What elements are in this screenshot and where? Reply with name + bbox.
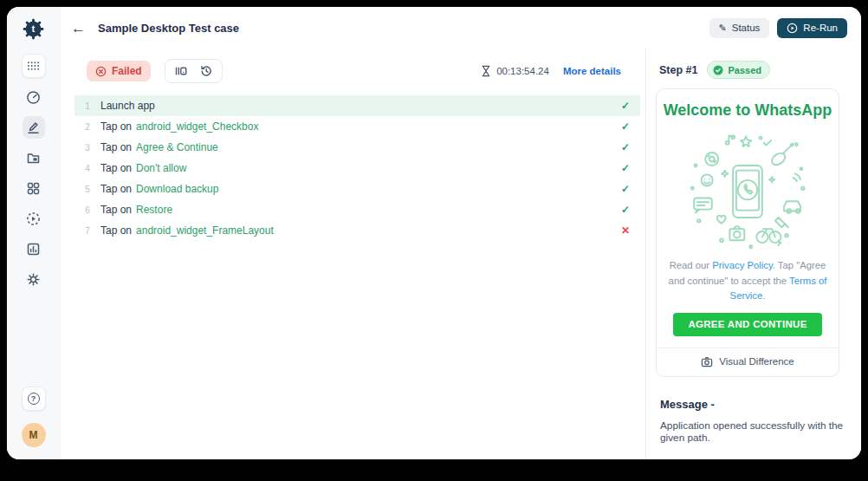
step-passed-icon: ✓ <box>621 204 630 216</box>
message-title: Message - <box>660 398 861 411</box>
more-details-link[interactable]: More details <box>563 66 621 76</box>
help-icon[interactable]: ? <box>22 387 46 411</box>
step-number: 2 <box>74 122 100 132</box>
status-button[interactable]: ✎ Status <box>709 18 770 38</box>
step-passed-icon: ✓ <box>621 162 630 174</box>
whatsapp-doodle-illustration <box>683 127 813 257</box>
step-action: Tap on <box>100 204 132 216</box>
step-action: Tap on <box>100 224 132 237</box>
step-target: Don't allow <box>136 162 186 174</box>
step-row-2[interactable]: 2 Tap on android_widget_Checkbox ✓ <box>74 116 640 137</box>
compare-view-icon[interactable] <box>174 64 188 78</box>
step-row-1[interactable]: 1 Launch app ✓ <box>74 95 640 116</box>
camera-icon <box>701 356 713 367</box>
user-avatar[interactable]: M <box>22 423 46 447</box>
device-screenshot-card: Welcome to WhatsApp <box>656 88 839 377</box>
failed-badge-label: Failed <box>112 65 142 77</box>
step-detail-title: Step #1 <box>659 64 697 76</box>
step-row-3[interactable]: 3 Tap on Agree & Continue ✓ <box>74 137 640 158</box>
top-bar: ← Sample Desktop Test case ✎ Status Re-R… <box>61 7 861 49</box>
step-number: 1 <box>74 101 100 111</box>
agree-and-continue-button[interactable]: AGREE AND CONTINUE <box>673 313 822 336</box>
app-window: t <box>7 7 861 459</box>
step-action: Tap on <box>100 183 132 195</box>
step-passed-icon: ✓ <box>621 120 630 133</box>
step-row-4[interactable]: 4 Tap on Don't allow ✓ <box>74 158 640 179</box>
step-number: 5 <box>74 185 100 194</box>
step-detail-panel: Step #1 Passed Welcome to WhatsApp <box>646 49 861 459</box>
step-number: 7 <box>74 226 100 236</box>
edit-pencil-icon: ✎ <box>719 23 727 34</box>
hourglass-icon <box>481 65 491 77</box>
privacy-post: . <box>762 290 765 301</box>
back-arrow-icon[interactable]: ← <box>71 21 86 36</box>
test-steps-panel: Failed <box>61 49 645 459</box>
visual-difference-label: Visual Difference <box>719 356 794 367</box>
status-button-label: Status <box>732 23 761 33</box>
step-failed-icon: ✕ <box>621 224 630 237</box>
modules-grid-icon[interactable] <box>23 177 45 199</box>
top-bar-actions: ✎ Status Re-Run <box>709 18 847 38</box>
step-target: Download backup <box>136 183 218 195</box>
step-passed-icon: ✓ <box>621 183 630 195</box>
page-title: Sample Desktop Test case <box>98 22 239 35</box>
view-toggle-group <box>165 59 223 83</box>
projects-folder-icon[interactable] <box>23 146 45 169</box>
history-icon[interactable] <box>199 64 213 78</box>
step-number: 4 <box>74 164 100 173</box>
step-target: Agree & Continue <box>136 141 218 153</box>
question-mark-icon: ? <box>28 393 40 405</box>
test-runs-play-icon[interactable] <box>23 207 45 230</box>
step-passed-icon: ✓ <box>621 100 630 112</box>
logo-letter: t <box>32 23 36 34</box>
rerun-button-label: Re-Run <box>803 23 838 33</box>
duration-value: 00:13:54.24 <box>496 66 549 76</box>
passed-badge-label: Passed <box>728 65 761 75</box>
duration-timer: 00:13:54.24 <box>481 65 549 77</box>
privacy-policy-link[interactable]: Privacy Policy <box>712 260 772 270</box>
left-nav-rail: t <box>7 7 61 459</box>
step-action: Launch app <box>100 100 155 112</box>
circle-x-icon <box>95 66 107 77</box>
step-row-5[interactable]: 5 Tap on Download backup ✓ <box>74 179 640 199</box>
brand-gear-logo[interactable]: t <box>23 18 44 40</box>
step-row-7[interactable]: 7 Tap on android_widget_FrameLayout ✕ <box>74 220 640 241</box>
step-action: Tap on <box>100 141 132 153</box>
step-target: android_widget_Checkbox <box>136 120 258 133</box>
test-editor-pencil-icon[interactable] <box>23 116 45 139</box>
step-action: Tap on <box>100 120 132 133</box>
steps-list: 1 Launch app ✓ 2 Tap on android_widget_C… <box>74 95 640 241</box>
privacy-text: Read our Privacy Policy. Tap "Agree and … <box>668 258 827 304</box>
step-passed-icon: ✓ <box>621 141 630 153</box>
step-number: 6 <box>74 205 100 215</box>
message-body: Application opened successfully with the… <box>660 419 847 444</box>
step-target: android_widget_FrameLayout <box>136 224 274 237</box>
step-target: Restore <box>136 204 172 216</box>
visual-difference-button[interactable]: Visual Difference <box>657 348 839 376</box>
settings-gear-icon[interactable] <box>23 268 45 290</box>
apps-grid-icon[interactable] <box>22 54 46 78</box>
step-action: Tap on <box>100 162 132 174</box>
privacy-pre: Read our <box>670 260 713 270</box>
whatsapp-welcome-title: Welcome to WhatsApp <box>657 101 839 120</box>
passed-status-badge: Passed <box>707 61 770 79</box>
failed-status-badge[interactable]: Failed <box>87 61 151 81</box>
rerun-button[interactable]: Re-Run <box>777 18 847 38</box>
check-circle-icon <box>713 65 723 75</box>
steps-toolbar: Failed <box>61 49 645 83</box>
play-circle-icon <box>787 23 798 34</box>
step-row-6[interactable]: 6 Tap on Restore ✓ <box>74 199 640 220</box>
step-number: 3 <box>74 143 100 153</box>
dashboard-gauge-icon[interactable] <box>23 86 45 108</box>
reports-chart-icon[interactable] <box>23 237 45 260</box>
